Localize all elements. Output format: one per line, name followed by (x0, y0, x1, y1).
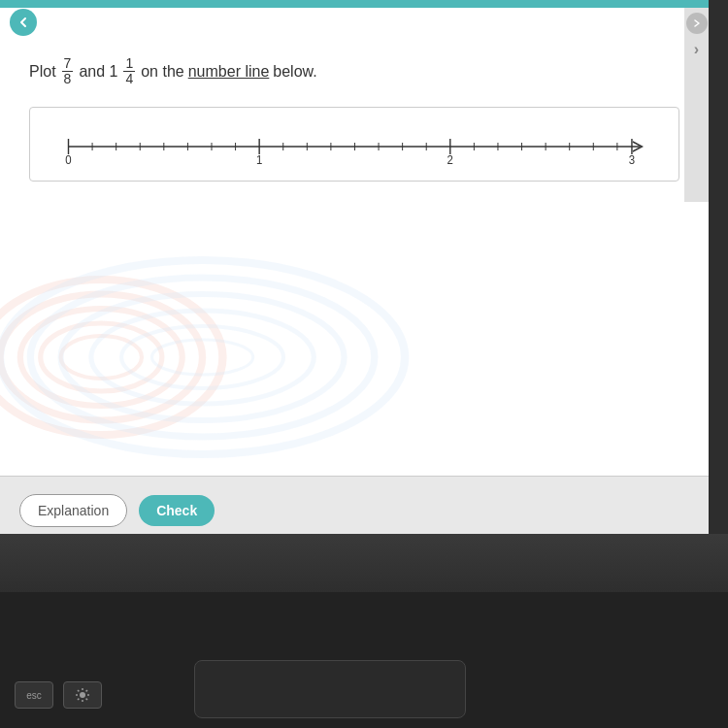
nav-circle-icon (686, 13, 708, 34)
problem-prefix: Plot (29, 63, 56, 81)
laptop-bottom: 🔵 🧭 🚀 📝 ⚙️ ◎ 🌐 W esc (0, 534, 728, 728)
explanation-button[interactable]: Explanation (19, 494, 127, 527)
svg-text:3: 3 (629, 153, 635, 166)
trackpad[interactable] (194, 660, 466, 718)
content-area: Plot 7 8 and 1 1 4 on the number line be… (0, 8, 709, 544)
svg-point-41 (80, 692, 85, 698)
svg-text:1: 1 (256, 153, 262, 166)
nav-back-button[interactable] (10, 9, 37, 36)
problem-suffix2: below. (273, 63, 316, 81)
number-line-link[interactable]: number line (188, 63, 270, 81)
fraction-1-4: 1 4 (123, 56, 135, 87)
screen: Plot 7 8 and 1 1 4 on the number line be… (0, 0, 709, 544)
right-chevron-icon[interactable]: › (686, 39, 708, 60)
problem-suffix: on the (141, 63, 183, 81)
esc-key[interactable]: esc (15, 681, 53, 709)
brightness-key[interactable] (63, 681, 102, 709)
main-content: Plot 7 8 and 1 1 4 on the number line be… (0, 37, 709, 544)
svg-text:2: 2 (447, 153, 453, 166)
problem-conjunction: and 1 (79, 63, 117, 81)
check-button[interactable]: Check (139, 495, 215, 526)
svg-line-47 (86, 699, 87, 700)
svg-line-49 (78, 699, 79, 700)
fraction-7-8: 7 8 (62, 56, 74, 87)
svg-text:0: 0 (65, 153, 72, 166)
number-line-box[interactable]: 0 1 (29, 107, 679, 182)
nav-top (0, 8, 709, 37)
top-bar (0, 0, 709, 8)
problem-statement: Plot 7 8 and 1 1 4 on the number line be… (29, 56, 679, 87)
number-line-container[interactable]: 0 1 (59, 127, 649, 166)
wavy-background (0, 231, 709, 483)
svg-line-46 (78, 690, 79, 691)
right-panel: › (684, 8, 709, 202)
number-line-svg[interactable]: 0 1 (59, 127, 649, 166)
svg-line-48 (86, 690, 87, 691)
